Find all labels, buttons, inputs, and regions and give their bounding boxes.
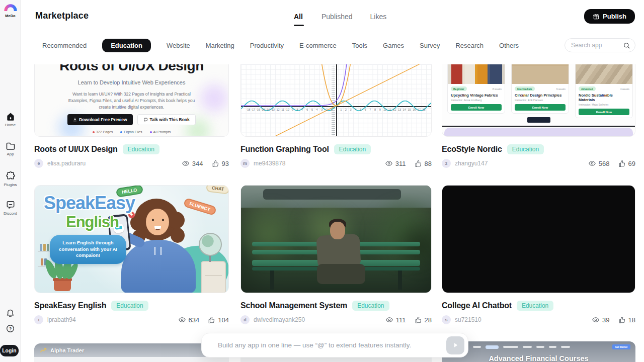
preview-heading: Roots of UI/UX Design: [35, 64, 228, 74]
category-recommended[interactable]: Recommended: [42, 42, 87, 49]
likes-icon: [415, 160, 422, 167]
views-icon: [182, 160, 190, 167]
tab-likes[interactable]: Likes: [370, 13, 387, 26]
partial-card-title: Alpha Trader: [50, 347, 84, 353]
likes-icon: [618, 316, 626, 324]
app-thumbnail[interactable]: [442, 185, 635, 293]
sidebar-item-plugins[interactable]: Plugins: [0, 171, 21, 187]
sidebar-item-discord[interactable]: Discord: [0, 200, 21, 216]
app-thumbnail[interactable]: Beginner8 weeks Upcycling Vintage Fabric…: [442, 64, 635, 137]
tab-all[interactable]: All: [294, 13, 304, 26]
course-card: Intermediate6 weeks Circular Design Prin…: [511, 64, 569, 114]
likes-icon: [415, 316, 422, 324]
app-card-title[interactable]: SpeakEasy English: [34, 301, 106, 310]
app-card-title[interactable]: Roots of UI/UX Design: [34, 145, 118, 154]
author-avatar: d: [240, 315, 250, 324]
get-started-button: Get Started: [612, 344, 630, 349]
bench-photo: [241, 186, 431, 293]
app-card-title[interactable]: Function Graphing Tool: [240, 145, 329, 154]
globe: [199, 233, 222, 256]
likes-count: 93: [222, 160, 229, 167]
views-count: 634: [189, 316, 200, 324]
send-arrow-icon: [452, 341, 459, 349]
prompt-composer: [201, 333, 468, 357]
sidebar-label: App: [0, 152, 21, 156]
graph-curves: [241, 64, 431, 136]
divider: [442, 126, 635, 127]
likes-icon: [618, 160, 626, 167]
card-stats: 568 69: [588, 160, 635, 167]
preview-body: Want to learn UI/UX? With 322 Pages of I…: [62, 91, 201, 111]
category-website[interactable]: Website: [167, 42, 190, 49]
search-icon[interactable]: [623, 42, 630, 49]
app-card-title[interactable]: School Management System: [240, 301, 347, 310]
education-tag: Education: [517, 301, 553, 311]
button-label: Download Free Preview: [79, 117, 127, 122]
course-image: [512, 64, 569, 84]
app-card-financial-courses[interactable]: EdgePro Get Started Advanced Financial C…: [442, 341, 635, 362]
app-thumbnail[interactable]: -18-17-16-15-14-13-12-11-10-9-8-7-6-5-4-…: [240, 64, 432, 137]
download-preview-button[interactable]: Download Free Preview: [67, 114, 132, 125]
category-marketing[interactable]: Marketing: [206, 42, 234, 49]
enroll-button[interactable]: Enroll Now: [451, 104, 502, 111]
marketplace-page: MeDo Home App Plugins Dis: [0, 0, 644, 362]
category-ecommerce[interactable]: E-commerce: [299, 42, 337, 49]
course-card: Beginner8 weeks Upcycling Vintage Fabric…: [447, 64, 505, 114]
category-tools[interactable]: Tools: [352, 42, 367, 49]
medo-logo-icon: [4, 4, 17, 11]
author-avatar: s: [442, 315, 451, 324]
help-button[interactable]: ?: [0, 324, 21, 333]
catalog-button[interactable]: [527, 117, 550, 123]
sidebar-item-app[interactable]: App: [0, 141, 21, 156]
app-card-title[interactable]: College AI Chatbot: [442, 301, 512, 310]
app-thumbnail[interactable]: + SpeakEasy English Learn English throug…: [34, 185, 229, 293]
category-others[interactable]: Others: [499, 42, 519, 49]
app-thumbnail[interactable]: [240, 185, 432, 293]
author-name: iprabath94: [47, 316, 76, 323]
enroll-button[interactable]: Enroll Now: [579, 109, 629, 115]
publish-button[interactable]: Publish: [584, 9, 635, 24]
gift-icon: [593, 13, 600, 20]
category-education[interactable]: Education: [102, 39, 151, 52]
course-title: Upcycling Vintage Fabrics: [451, 93, 502, 98]
sidebar: MeDo Home App Plugins Dis: [0, 0, 21, 362]
app-thumbnail[interactable]: Roots of UI/UX Design Learn to Develop I…: [34, 64, 229, 137]
medo-logo[interactable]: MeDo: [0, 4, 21, 18]
views-count: 568: [599, 160, 610, 167]
course-badge: Beginner: [451, 86, 467, 91]
page-title: Marketplace: [35, 11, 89, 21]
globe-stand: [209, 255, 211, 262]
category-survey[interactable]: Survey: [420, 42, 440, 49]
app-card-function-graphing: -18-17-16-15-14-13-12-11-10-9-8-7-6-5-4-…: [240, 64, 432, 168]
enroll-button[interactable]: Enroll Now: [515, 104, 566, 111]
category-productivity[interactable]: Productivity: [250, 42, 284, 49]
app-card-roots-uiux: Roots of UI/UX Design Learn to Develop I…: [34, 64, 229, 168]
search-box: [565, 38, 635, 52]
category-games[interactable]: Games: [383, 42, 404, 49]
svg-text:?: ?: [9, 326, 12, 331]
sidebar-item-home[interactable]: Home: [0, 112, 21, 127]
question-icon: ?: [6, 324, 15, 333]
top-tabs: All Published Likes: [294, 13, 386, 26]
notifications-bell[interactable]: [0, 308, 21, 318]
home-icon: [6, 112, 16, 121]
send-button[interactable]: [446, 336, 464, 354]
preview-navbar: EdgePro Get Started: [447, 344, 630, 349]
category-research[interactable]: Research: [455, 42, 484, 49]
sidebar-label: Plugins: [0, 183, 21, 187]
card-stats: 344 93: [182, 160, 229, 167]
course-title: Circular Design Principles: [515, 93, 566, 98]
login-button[interactable]: Login: [0, 345, 19, 356]
author-name: elisa.paduraru: [47, 160, 86, 167]
talk-with-book-button[interactable]: Talk with This Book: [137, 114, 196, 125]
likes-count: 69: [628, 160, 635, 167]
likes-count: 104: [218, 316, 229, 324]
prompt-input[interactable]: [218, 341, 446, 349]
app-card-college-chatbot: College AI Chatbot Education s su721510 …: [442, 185, 635, 324]
tab-published[interactable]: Published: [321, 13, 353, 26]
sidebar-label: Discord: [0, 211, 21, 216]
app-card-title[interactable]: EcoStyle Nordic: [442, 145, 502, 154]
search-input[interactable]: [571, 42, 623, 49]
course-duration: 8 weeks: [493, 87, 502, 90]
app-card-alpha-trader[interactable]: Alpha Trader: [34, 343, 229, 362]
